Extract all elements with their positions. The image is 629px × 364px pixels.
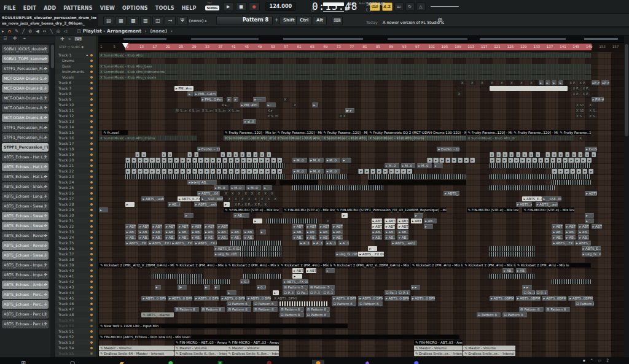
playlist-clip[interactable] — [490, 252, 535, 257]
playlist-clip[interactable]: ▸ — [168, 158, 173, 163]
playlist-clip[interactable]: X S..in — [588, 114, 597, 118]
playlist-clip[interactable]: ⊟ P..1 — [536, 290, 549, 295]
playlist-clip[interactable]: ▸ — [174, 158, 179, 163]
track-row[interactable]: Track 54 — [55, 345, 96, 350]
browser-sample-item[interactable]: STPF1_Percussion_Fi..✛ — [2, 143, 49, 152]
browser-sample-item[interactable]: ABTS_Echoes - Hat L..✛ — [2, 153, 49, 161]
playlist-clip[interactable]: ▸ — [252, 169, 257, 174]
channel-rack-icon[interactable]: ▦ — [115, 16, 127, 25]
playlist-clip[interactable]: ▸ — [529, 152, 533, 157]
browser-sample-item[interactable]: SOBV1_TOPS_kamme..✛ — [2, 55, 49, 63]
playlist-clip[interactable]: ▸ — [550, 158, 555, 163]
playlist-clip[interactable]: ▸ AB..) — [292, 230, 303, 234]
playlist-clip[interactable]: ▸ — [558, 169, 563, 174]
track-row[interactable]: Track 42 — [55, 279, 96, 284]
playlist-clip[interactable]: ✎ Kickstart 2 (PM..#m) - Mix level — [279, 263, 332, 268]
playlist-clip[interactable]: ▸ — [400, 169, 405, 174]
playlist-clip[interactable]: ▸ — [526, 158, 531, 163]
metronome-button[interactable]: △ — [416, 2, 426, 11]
playlist-clip[interactable]: ▸ — [241, 169, 246, 174]
track-mute-dot[interactable] — [90, 76, 93, 79]
playlist-clip[interactable]: ▸)▸)▸))ƒ AB.. — [187, 180, 216, 185]
playlist-clip[interactable]: X SO.. — [575, 103, 584, 107]
playlist-clip[interactable]: X ▸ — [267, 108, 276, 113]
track-row[interactable]: Track 21 — [55, 163, 96, 168]
track-mute-dot[interactable] — [90, 192, 93, 195]
track-row[interactable]: Track 18 — [55, 146, 96, 152]
playlist-clip[interactable]: ▸ ABTS_..FX 09 — [358, 252, 384, 257]
playlist-clip[interactable]: ▸ — [174, 169, 179, 174]
playlist-clip[interactable]: X P..m — [243, 202, 252, 207]
playlist-clip[interactable]: ▸ ABTS_..FX 09 — [283, 279, 308, 284]
playlist-clip[interactable]: ▸ ABT.. — [178, 224, 188, 229]
playlist-clip[interactable]: ▸ — [227, 152, 231, 157]
playlist-clip[interactable]: ▸ PM-#m — [592, 97, 604, 102]
playlist-clip[interactable]: ▸ — [246, 158, 251, 163]
playlist-clip[interactable]: ▸ 0..h — [257, 285, 266, 290]
piano-roll-icon[interactable]: ▩ — [128, 16, 139, 25]
playlist-clip[interactable]: ✎ FIN-MICRO - ABT..03 - Amount — [227, 340, 279, 345]
playlist-clip[interactable]: ▸ ABT.. — [165, 224, 175, 229]
playlist-clip[interactable]: ✎ Master - Volume — [463, 346, 515, 350]
browser-sample-item[interactable]: ABTS_Echoes - Impa..✛ — [2, 271, 49, 279]
browser-sample-item[interactable]: MCT-ODAH-Drums-4..✛ — [2, 114, 49, 122]
playlist-clip[interactable]: ▸ — [155, 285, 161, 290]
sample-name-box[interactable]: SOULSURPLUS_elevador_percussion_drum_loo… — [0, 14, 98, 27]
playlist-clip[interactable]: ▸ — [135, 152, 139, 157]
track-mute-dot[interactable] — [90, 54, 93, 56]
playlist-clip[interactable]: ▸ — [490, 158, 494, 163]
playlist-clip[interactable]: ▸ ABTS..0 BPM) — [332, 296, 356, 301]
track-row[interactable]: Track 29 — [55, 207, 96, 212]
playlist-clip[interactable]: ▸ — [198, 158, 203, 163]
playlist-clip[interactable]: ▸ — [216, 158, 221, 163]
playlist-clip[interactable]: X — [230, 191, 236, 196]
playlist-clip[interactable]: ▸ — [214, 285, 220, 290]
track-row[interactable]: Track 6 — [55, 80, 96, 85]
playback-tool[interactable]: ◁ — [64, 28, 67, 34]
track-mute-dot[interactable] — [90, 308, 93, 311]
playlist-clip[interactable]: ⊟ Pattern 6 — [575, 301, 594, 306]
playlist-clip[interactable]: ▸ AB..) — [152, 230, 162, 234]
playlist-clip[interactable]: ▸ — [570, 169, 575, 174]
playlist-clip[interactable]: X P..m — [582, 91, 590, 96]
playlist-clip[interactable]: ▸ — [470, 158, 475, 163]
playlist-clip[interactable]: ▸ — [265, 158, 270, 163]
playlist-clip[interactable]: ▸ AB.. — [424, 219, 437, 223]
playlist-clip[interactable]: ▸ AB.. — [516, 268, 526, 273]
playlist-clip[interactable]: ⊟ Pattern 8 — [279, 312, 304, 317]
playlist-clip[interactable]: ✎ Master - Volume — [99, 346, 174, 350]
track-mute-dot[interactable] — [90, 303, 93, 305]
playlist-clip[interactable]: X SummMusic - Klub Afro_drums — [276, 136, 322, 141]
playlist-clip[interactable]: ▸ ABTS..0 BPM) — [246, 296, 271, 301]
playlist-clip[interactable]: X — [292, 103, 299, 107]
playlist-clip[interactable]: ▸ — [520, 158, 525, 163]
playlist-clip[interactable]: ▸ — [241, 158, 246, 163]
playlist-clip[interactable]: X — [263, 191, 268, 196]
key-button-ctrl[interactable]: Ctrl — [296, 16, 312, 25]
playlist-clip[interactable]: ▸ ABTS_..ash) — [391, 241, 417, 246]
playlist-clip[interactable]: X — [263, 202, 269, 207]
playlist-clip[interactable]: ⊟ P..1 — [322, 290, 335, 295]
playlist-clip[interactable]: ▸ — [572, 152, 576, 157]
browser-sample-item[interactable]: ABTS_Echoes - Swee..✛ — [2, 202, 49, 211]
playlist-clip[interactable] — [552, 180, 590, 185]
playlist-clip[interactable]: ▸ AB..] — [243, 235, 254, 240]
fl-studio-app-icon[interactable]: ● — [312, 360, 324, 364]
playlist-clip[interactable]: ▸ — [138, 158, 143, 163]
playlist-clip[interactable]: ▸ AB..) — [217, 230, 227, 234]
playlist-clip[interactable]: ▸ — [326, 268, 335, 273]
browser-sample-item[interactable]: ABTS_Echoes - Swee..✛ — [2, 251, 49, 260]
playlist-clip[interactable]: ▸ — [204, 285, 210, 290]
playlist-clip[interactable]: ▸ — [246, 169, 251, 174]
track-mute-dot[interactable] — [90, 109, 93, 112]
playlist-clip[interactable]: ▸ ABT.. — [385, 224, 395, 229]
playlist-clip[interactable]: ▸ ABT.. — [217, 224, 227, 229]
browser-sample-item[interactable]: ABTS_Echoes - Ambi..✛ — [2, 281, 49, 289]
playlist-clip[interactable]: ▸ ABT.. — [306, 268, 316, 273]
playlist-clip[interactable]: ▸ PM..#m — [174, 86, 193, 91]
tempo-display[interactable]: 124.000 — [265, 2, 296, 11]
playlist-clip[interactable]: ▸ — [538, 158, 543, 163]
track-row[interactable]: Track 49 — [55, 317, 96, 323]
track-mute-dot[interactable] — [90, 181, 93, 184]
playlist-clip[interactable]: ▸ — [235, 169, 240, 174]
